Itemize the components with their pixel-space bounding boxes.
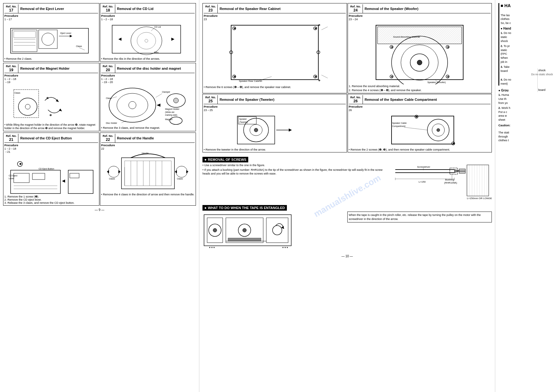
screwdriver-svg: Screwdriver Bushing (RHR109A) L=150 bbox=[392, 163, 492, 201]
svg-rect-34 bbox=[11, 170, 60, 194]
tape-caption-box: When the tape is caught in the pinch rol… bbox=[347, 212, 492, 222]
proc-title-17: Removal of the Eject Lever bbox=[20, 7, 64, 11]
diagram-22: Claws Handle Claws bbox=[101, 152, 195, 192]
l150mm-label: L=150mm OR LONGER bbox=[467, 197, 492, 200]
sound-absorbing-label: Sound Absorbing Material bbox=[393, 35, 420, 38]
claws-label-20: Claws bbox=[106, 97, 112, 99]
cable-compartment-svg: ❶ Speaker Cable Compartment ❷ bbox=[367, 113, 473, 147]
svg-point-13 bbox=[137, 32, 156, 49]
s5: ❺ bbox=[234, 76, 236, 78]
svg-point-30 bbox=[173, 98, 178, 103]
claws-label-21: Claws bbox=[78, 195, 84, 195]
board-partial: board bbox=[538, 88, 556, 92]
w3: ❸ bbox=[391, 76, 393, 78]
ha-intro: The las clothes So, be c bbox=[501, 9, 553, 25]
svg-point-7 bbox=[42, 33, 54, 45]
ref-no-box-18: Ref. No. 18 bbox=[101, 4, 115, 13]
svg-marker-28 bbox=[157, 104, 160, 107]
proc-label-23: Precudure bbox=[204, 14, 346, 17]
proc-box-19: Ref. No. 19 Removal of the Magnet Holder… bbox=[3, 63, 99, 131]
l150-label: L=150 bbox=[419, 180, 426, 183]
svg-rect-1 bbox=[12, 30, 37, 52]
svg-rect-6 bbox=[39, 30, 57, 49]
svg-marker-48 bbox=[175, 170, 177, 173]
disc-holder-svg: Claws Clamper Magnet Holder (White dot m… bbox=[104, 85, 192, 125]
s6: ❻ bbox=[315, 76, 317, 78]
tape-wa-label: ▼▼▼ bbox=[209, 246, 215, 249]
claws-label-22-r: Claws bbox=[177, 178, 183, 180]
s3-label: ❸ bbox=[318, 24, 320, 26]
claws-label-19: Claws bbox=[14, 92, 21, 94]
svg-rect-40 bbox=[68, 170, 93, 194]
ref-no-label-18: Ref. No. bbox=[102, 5, 114, 8]
cap21-1: 1. Remove the 1 screw (❶). bbox=[4, 195, 39, 198]
proc-title-23: Removal of the Speaker Rear Cabinet bbox=[220, 7, 281, 11]
proc-header-26: Ref. No. 26 Removal of the Speaker Cable… bbox=[349, 95, 491, 104]
ref-no-box-25: Ref. No. 25 bbox=[204, 95, 218, 104]
svg-rect-46 bbox=[125, 161, 171, 186]
cap24-2: 2. Remove the 4 screws (❶～❹), and remove… bbox=[349, 88, 491, 92]
w1: ❶ bbox=[391, 46, 393, 48]
proc-box-18: Ref. No. 18 Removal of the CD Lid Precud… bbox=[100, 3, 196, 62]
s1: ❶ bbox=[234, 27, 236, 30]
proc-label-25: Precudure bbox=[204, 105, 346, 108]
caution-text-block: The stati through clothes t bbox=[498, 127, 553, 142]
eject-lever-svg: Eject Lever Claws bbox=[7, 22, 95, 56]
middle-grid-top: Ref. No. 23 Removal of the Speaker Rear … bbox=[202, 3, 492, 152]
ref-no-label-21: Ref. No. bbox=[6, 134, 17, 138]
ref-no-value-20: 20 bbox=[102, 68, 114, 72]
g2-num: 2. bbox=[498, 106, 501, 110]
proc-title-box-17: Removal of the Eject Lever bbox=[18, 4, 98, 13]
left-page: Ref. No. 17 Removal of the Eject Lever P… bbox=[0, 0, 199, 392]
right-page: ■ HA The las clothes So, be c ● Hand 1. … bbox=[495, 0, 556, 392]
handling-title: ● Hand bbox=[501, 27, 553, 30]
svg-marker-39 bbox=[62, 180, 65, 183]
svg-rect-108 bbox=[266, 218, 288, 243]
white-dot-label: (White dot bbox=[165, 111, 174, 114]
caption-20: • Remove the 3 claws, and remove the mag… bbox=[101, 126, 195, 129]
svg-rect-103 bbox=[467, 165, 489, 196]
proc-label-21: Precudure bbox=[4, 144, 98, 147]
proc-label-24: Precudure bbox=[349, 14, 491, 17]
tape-title-text: WHAT TO DO WHEN THE TAPE IS ENTANGLED bbox=[208, 206, 285, 210]
proc-header-21: Ref. No. 21 Removal of the CD Eject Butt… bbox=[4, 134, 98, 143]
cap21-2: 2. Remove the CD eject lever. bbox=[4, 198, 42, 201]
proc-title-box-19: Removal of the Magnet Holder bbox=[18, 64, 98, 73]
proc-title-20: Removal of the disc holder and magnet bbox=[117, 67, 181, 70]
tweeter-label: Speaker bbox=[239, 118, 247, 120]
handling-item-1: 1. Do no static shock bbox=[501, 31, 553, 43]
cd-lid-label: CD Lid bbox=[154, 26, 161, 28]
screwdriver-label: Screwdriver bbox=[417, 166, 430, 168]
proc-title-box-20: Removal of the disc holder and magnet bbox=[115, 64, 195, 73]
svg-rect-36 bbox=[32, 173, 45, 180]
ref-no-box-20: Ref. No. 20 bbox=[101, 64, 115, 73]
ref-no-label-17: Ref. No. bbox=[6, 5, 17, 8]
sc26-2: ❷ bbox=[453, 142, 455, 145]
arrow-a-label: ❹ bbox=[46, 97, 49, 100]
w4: ❹ bbox=[447, 76, 449, 78]
proc-steps-21: 1→2→18 →21 bbox=[4, 147, 98, 153]
ref-no-value-17: 17 bbox=[6, 8, 17, 12]
svg-point-14 bbox=[145, 39, 148, 42]
proc-header-17: Ref. No. 17 Removal of the Eject Lever bbox=[4, 4, 98, 13]
caption-25: • Remove the tweeter in the direction of… bbox=[204, 148, 346, 151]
ref-no-box-23: Ref. No. 23 bbox=[204, 4, 218, 13]
w2: ❷ bbox=[447, 46, 449, 48]
svg-line-10 bbox=[79, 48, 85, 50]
cap24-1: 1. Remove the sound absorbing material. bbox=[349, 84, 491, 88]
g1-num: 1. bbox=[498, 93, 501, 96]
proc-header-19: Ref. No. 19 Removal of the Magnet Holder bbox=[4, 64, 98, 73]
caption-17: • Remove the 2 claws. bbox=[4, 57, 98, 60]
ref-no-label-22: Ref. No. bbox=[102, 134, 114, 138]
cable-comp-label: Speaker Cable bbox=[392, 122, 406, 124]
svg-rect-2 bbox=[14, 31, 36, 38]
claws-label-22-l: Claws bbox=[109, 178, 115, 180]
magnet-label: Magnet bbox=[165, 118, 172, 121]
svg-marker-49 bbox=[186, 170, 188, 173]
grounding-item-2: 2. Work h Put a c area w sheet bbox=[498, 106, 553, 122]
ref-no-label-25: Ref. No. bbox=[205, 96, 216, 99]
handling-item-2: 2. To pr static (FPC When job in bbox=[501, 44, 553, 64]
caption-21-1: 1. Remove the 1 screw (❶). 2. Remove the… bbox=[4, 195, 98, 204]
diagram-18: CD Lid Ribs bbox=[101, 22, 195, 56]
svg-point-47 bbox=[176, 166, 187, 177]
